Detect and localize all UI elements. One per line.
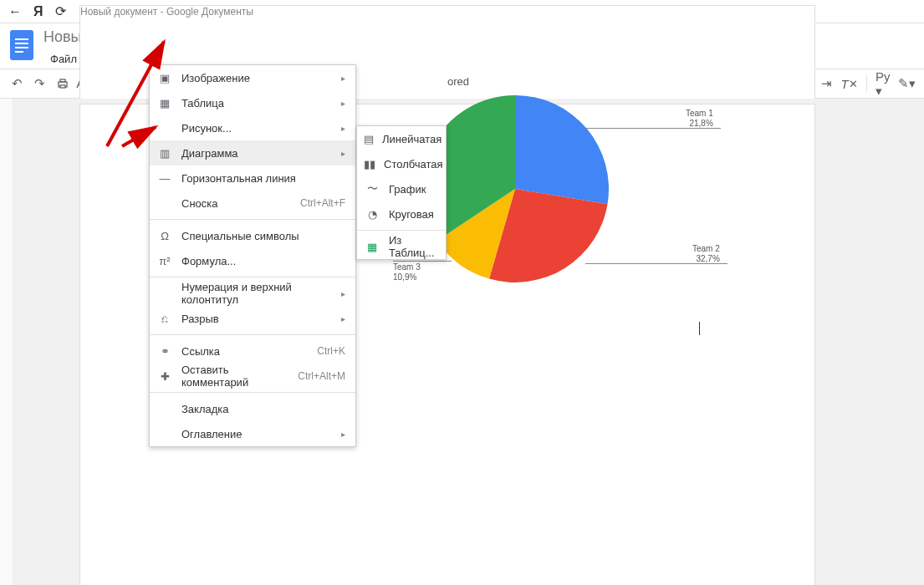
insert-hr-item[interactable]: —Горизонтальная линия xyxy=(150,165,355,191)
print-button[interactable] xyxy=(54,74,71,94)
chart-bar-item[interactable]: ▤Линейчатая xyxy=(357,126,446,151)
svg-rect-3 xyxy=(15,47,28,48)
svg-rect-6 xyxy=(60,79,65,82)
input-tools-button[interactable]: Ру ▾ xyxy=(876,74,893,94)
pi-icon: π² xyxy=(156,255,173,267)
svg-rect-4 xyxy=(15,51,23,53)
insert-break-item[interactable]: ⎌Разрыв▸ xyxy=(150,306,355,331)
svg-rect-0 xyxy=(10,30,33,60)
pie-svg xyxy=(418,92,612,286)
pie-chart-icon: ◔ xyxy=(364,208,380,221)
hr-icon: — xyxy=(156,172,173,185)
browser-reload-button[interactable]: ⟳ xyxy=(55,3,66,19)
table-icon: ▦ xyxy=(156,97,173,109)
insert-drawing-item[interactable]: Рисунок...▸ xyxy=(150,115,355,140)
chart-icon: ▥ xyxy=(156,147,173,160)
docs-logo-icon[interactable] xyxy=(8,28,35,62)
image-icon: ▣ xyxy=(156,72,173,84)
svg-rect-2 xyxy=(15,43,28,44)
insert-toc-item[interactable]: Оглавление▸ xyxy=(150,421,355,446)
insert-special-chars-item[interactable]: ΩСпециальные символы xyxy=(150,223,355,248)
line-chart-icon: 〜 xyxy=(364,181,380,196)
insert-image-item[interactable]: ▣Изображение▸ xyxy=(150,65,355,90)
chart-from-sheets-item[interactable]: ▦Из Таблиц... xyxy=(357,234,446,259)
chart-label-team1: Team 121,8% xyxy=(686,109,713,129)
insert-table-item[interactable]: ▦Таблица▸ xyxy=(150,90,355,115)
chart-label-team2: Team 232,7% xyxy=(692,244,720,264)
insert-comment-item[interactable]: ✚Оставить комментарийCtrl+Alt+M xyxy=(150,364,355,389)
insert-bookmark-item[interactable]: Закладка xyxy=(150,396,355,421)
insert-equation-item[interactable]: π²Формула... xyxy=(150,248,355,273)
comment-icon: ✚ xyxy=(156,370,173,383)
chart-line-item[interactable]: 〜График xyxy=(357,176,446,201)
vertical-ruler[interactable] xyxy=(0,99,13,585)
sheets-icon: ▦ xyxy=(364,241,380,253)
chart-label-team3: Team 310,9% xyxy=(393,262,421,282)
clear-formatting-button[interactable]: T✕ xyxy=(840,74,858,94)
chart-pie-item[interactable]: ◔Круговая xyxy=(357,201,446,226)
link-icon: ⚭ xyxy=(156,345,173,358)
chart-column-item[interactable]: ▮▮Столбчатая xyxy=(357,151,446,176)
redo-button[interactable]: ↷ xyxy=(31,74,48,94)
chart-submenu: ▤Линейчатая ▮▮Столбчатая 〜График ◔Кругов… xyxy=(356,125,447,260)
menu-file[interactable]: Файл xyxy=(43,49,84,69)
yandex-logo[interactable]: Я xyxy=(33,4,43,19)
address-bar[interactable]: 🔒 docs.google.com Новый документ - Googl… xyxy=(78,6,171,18)
svg-rect-1 xyxy=(15,38,28,40)
break-icon: ⎌ xyxy=(156,313,173,325)
bar-chart-icon: ▤ xyxy=(364,133,374,145)
text-cursor xyxy=(699,322,700,335)
editing-mode-button[interactable]: ✎▾ xyxy=(898,74,916,94)
browser-chrome: ← Я ⟳ 🔒 docs.google.com Новый документ -… xyxy=(0,0,924,23)
insert-header-footer-item[interactable]: Нумерация и верхний колонтитул▸ xyxy=(150,281,355,306)
insert-footnote-item[interactable]: СноскаCtrl+Alt+F xyxy=(150,191,355,216)
chart-title: ored xyxy=(447,75,469,88)
insert-chart-item[interactable]: ▥Диаграмма▸ xyxy=(150,140,355,165)
column-chart-icon: ▮▮ xyxy=(364,158,375,170)
insert-link-item[interactable]: ⚭СсылкаCtrl+K xyxy=(150,338,355,364)
insert-menu-dropdown: ▣Изображение▸ ▦Таблица▸ Рисунок...▸ ▥Диа… xyxy=(149,64,356,447)
browser-back-button[interactable]: ← xyxy=(8,4,22,19)
undo-button[interactable]: ↶ xyxy=(8,74,26,94)
svg-rect-7 xyxy=(60,85,65,88)
increase-indent-button[interactable]: ⇥ xyxy=(818,74,835,94)
omega-icon: Ω xyxy=(156,230,173,242)
